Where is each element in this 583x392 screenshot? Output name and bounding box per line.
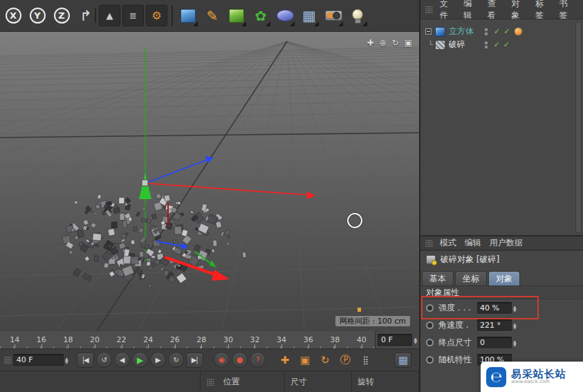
timeline-tick[interactable]: 22: [108, 331, 135, 348]
autokey-button[interactable]: ●: [232, 352, 248, 368]
object-label[interactable]: 立方体: [449, 26, 482, 37]
enabled-check-icon[interactable]: ✓: [494, 27, 500, 36]
z-axis-lock-icon[interactable]: Z: [50, 3, 73, 29]
keyframe-dot-icon[interactable]: [426, 321, 434, 329]
viewport-3d[interactable]: ✚⊕↻▣ 网格间距 : 100 cm: [0, 32, 419, 331]
dropdown-corner-icon[interactable]: [193, 21, 198, 26]
om-menu-objects[interactable]: 对象: [507, 0, 531, 21]
stepper-icon[interactable]: [65, 357, 68, 364]
record-parameter-toggle[interactable]: Ⓟ: [336, 353, 354, 368]
keyframe-dot-icon[interactable]: [426, 304, 434, 312]
record-keyframe-button[interactable]: ◉: [214, 352, 230, 368]
tab-basic[interactable]: 基本: [422, 271, 454, 286]
render-settings-icon[interactable]: ⚙: [146, 5, 167, 26]
cube-object-icon[interactable]: [435, 27, 445, 37]
floor-icon[interactable]: ▦: [297, 3, 321, 29]
viewport-zoom-icon[interactable]: ⊕: [380, 38, 387, 48]
frame-ruler[interactable]: 14 16 18 20 22: [0, 331, 375, 348]
timeline-tick[interactable]: 14: [1, 331, 28, 348]
stepper-icon[interactable]: [513, 339, 517, 346]
om-menu-view[interactable]: 查看: [483, 0, 508, 21]
y-axis-lock-icon[interactable]: Y: [26, 3, 49, 29]
timeline-tick[interactable]: 30: [215, 331, 242, 348]
cloner-icon[interactable]: ✿: [249, 3, 272, 29]
spline-pen-icon[interactable]: ✎: [201, 3, 224, 29]
drag-handle-icon[interactable]: [425, 6, 432, 13]
drag-handle-icon[interactable]: [3, 356, 11, 364]
timeline-tick[interactable]: 20: [82, 331, 109, 348]
add-cube-icon[interactable]: [176, 3, 200, 29]
loop-button[interactable]: ↻: [168, 352, 184, 368]
property-value-field[interactable]: 40 %: [477, 302, 512, 314]
om-menu-bookmarks[interactable]: 书签: [555, 0, 579, 21]
camera-icon[interactable]: [322, 3, 345, 29]
previous-frame-button[interactable]: ◀: [114, 352, 130, 368]
drag-handle-icon[interactable]: [206, 378, 214, 386]
timeline-tick[interactable]: 24: [135, 331, 162, 348]
goto-start-button[interactable]: |◀: [77, 353, 94, 368]
coordinate-system-icon[interactable]: ↱: [74, 3, 98, 29]
stepper-icon[interactable]: [513, 322, 517, 329]
play-button[interactable]: ▶: [132, 352, 148, 368]
deformer-icon[interactable]: [273, 3, 297, 29]
visibility-dots-icon[interactable]: [485, 28, 488, 35]
render-view-icon[interactable]: ▲: [99, 5, 120, 26]
timeline-tick[interactable]: 16: [28, 331, 55, 348]
stepper-icon[interactable]: [513, 305, 517, 312]
timeline-tick[interactable]: 38: [322, 331, 349, 348]
om-menu-file[interactable]: 文件: [436, 0, 460, 21]
record-scale-toggle[interactable]: ▣: [296, 353, 314, 368]
am-menu-mode[interactable]: 模式: [436, 237, 461, 249]
render-picture-viewer-icon[interactable]: ≣: [122, 5, 144, 26]
tree-row-fracture[interactable]: └ 破碎 ✓ ✓: [420, 38, 583, 51]
dropdown-corner-icon[interactable]: [290, 21, 295, 26]
end-frame-field[interactable]: 0 F: [375, 331, 419, 348]
current-frame-field[interactable]: 40 F: [13, 354, 68, 366]
end-frame-value[interactable]: 0 F: [378, 334, 412, 346]
stepper-icon[interactable]: [414, 337, 417, 344]
enabled-check-icon[interactable]: ✓: [494, 40, 500, 49]
timeline-tick[interactable]: 18: [55, 331, 82, 348]
watermark-badge[interactable]: ℮ 易采站长站 www.easck.com: [481, 362, 583, 392]
subdivision-surface-icon[interactable]: [225, 3, 248, 29]
viewport-pan-icon[interactable]: ✚: [367, 38, 373, 48]
timeline-tick[interactable]: 34: [268, 331, 295, 348]
play-backwards-button[interactable]: ↺: [96, 352, 112, 368]
timeline-tick[interactable]: 26: [161, 331, 188, 348]
visibility-dots-icon[interactable]: [485, 41, 488, 48]
keyframe-dot-icon[interactable]: [426, 339, 434, 346]
x-axis-lock-icon[interactable]: X: [1, 3, 25, 29]
layout-grid-button[interactable]: ▦: [394, 353, 411, 368]
dropdown-corner-icon[interactable]: [266, 21, 270, 26]
tree-row-cube[interactable]: 立方体 ✓ ✓: [420, 25, 583, 38]
section-header[interactable]: 对象属性: [420, 286, 583, 299]
object-manager-tree[interactable]: 立方体 ✓ ✓ └ 破碎 ✓ ✓: [420, 19, 583, 235]
timeline-tick[interactable]: 28: [188, 331, 215, 348]
timeline-tick[interactable]: 36: [295, 331, 322, 348]
next-frame-button[interactable]: ▶: [150, 352, 166, 368]
keyframe-dot-icon[interactable]: [426, 356, 434, 364]
property-value-field[interactable]: 0: [477, 337, 512, 348]
record-pla-toggle[interactable]: ⣿: [356, 353, 374, 368]
am-menu-user-data[interactable]: 用户数据: [485, 237, 527, 249]
timeline-tick[interactable]: 40: [349, 331, 376, 348]
material-tag-icon[interactable]: [515, 28, 522, 35]
dropdown-corner-icon[interactable]: [338, 21, 343, 26]
object-label[interactable]: 破碎: [449, 39, 482, 50]
enabled-check2-icon[interactable]: ✓: [503, 40, 510, 49]
drag-handle-icon[interactable]: [425, 239, 432, 247]
viewport-rotate-icon[interactable]: ↻: [392, 38, 399, 48]
tab-coordinates[interactable]: 坐标: [455, 271, 487, 286]
timeline-tick[interactable]: 32: [241, 331, 268, 348]
dropdown-corner-icon[interactable]: [362, 21, 367, 26]
goto-end-button[interactable]: ▶|: [186, 353, 203, 368]
dropdown-corner-icon[interactable]: [314, 21, 319, 26]
am-menu-edit[interactable]: 编辑: [461, 237, 485, 249]
record-position-toggle[interactable]: ✚: [276, 353, 294, 368]
record-rotation-toggle[interactable]: ↻: [316, 353, 334, 368]
fracture-object-icon[interactable]: [435, 40, 445, 50]
om-menu-edit[interactable]: 编辑: [459, 0, 483, 21]
light-icon[interactable]: [346, 3, 369, 29]
keyframe-selection-button[interactable]: ?: [250, 352, 266, 368]
property-value-field[interactable]: 221 °: [477, 319, 512, 331]
